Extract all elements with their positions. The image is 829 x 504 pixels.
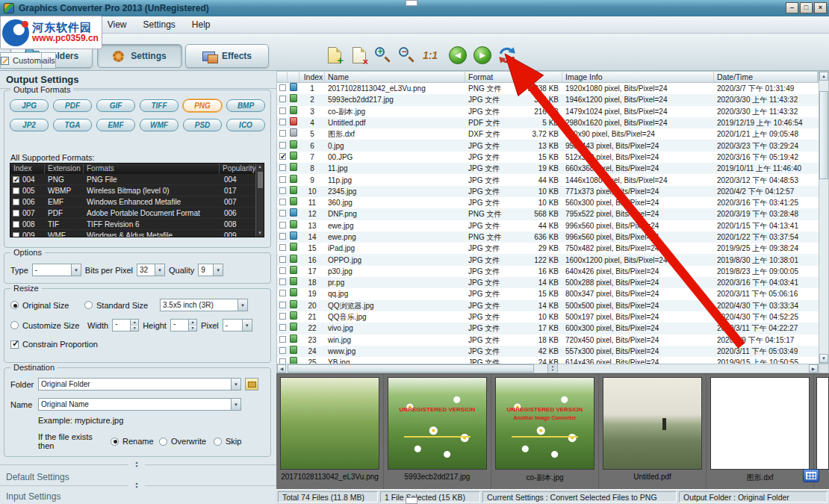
file-row[interactable]: 14 ewe.png PNG 文件 636 KB 996x560 pixel, … bbox=[277, 231, 819, 243]
file-checkbox[interactable] bbox=[279, 96, 286, 102]
file-checkbox[interactable] bbox=[279, 130, 286, 137]
overwrite-radio[interactable] bbox=[159, 438, 167, 446]
thumbnail[interactable]: 20171028113042_eL3Vu.png bbox=[276, 374, 384, 489]
file-checkbox[interactable] bbox=[279, 267, 286, 274]
format-checkbox[interactable] bbox=[13, 221, 19, 228]
splitter-handle[interactable]: ▲▼ bbox=[547, 364, 558, 373]
next-button[interactable]: ▶ bbox=[471, 43, 494, 68]
file-row[interactable]: 10 2345.jpg JPG 文件 10 KB 771x373 pixel, … bbox=[277, 186, 819, 197]
format-button[interactable]: ICO bbox=[226, 119, 265, 131]
file-row[interactable]: 9 11p.jpg JPG 文件 44 KB 1446x1080 pixel, … bbox=[277, 174, 819, 185]
close-button[interactable]: × bbox=[814, 2, 827, 13]
add-files-button[interactable]: + bbox=[323, 43, 347, 68]
file-checkbox[interactable] bbox=[279, 256, 286, 263]
file-checkbox[interactable] bbox=[279, 347, 286, 354]
file-checkbox[interactable] bbox=[279, 142, 286, 149]
file-row[interactable]: 20 QQ浏览器.jpg JPG 文件 14 KB 500x500 pixel,… bbox=[277, 300, 819, 311]
file-row[interactable]: 19 qq.jpg JPG 文件 15 KB 800x347 pixel, Bi… bbox=[277, 288, 819, 299]
default-settings-section[interactable]: Default Settings bbox=[6, 472, 69, 482]
format-table-row[interactable]: 009 WMF Windows & Aldus Metafile 009 bbox=[10, 230, 264, 237]
file-row[interactable]: 4 Untitled.pdf PDF 文件 5 KB 2980x1620 pix… bbox=[277, 117, 819, 128]
standard-size-radio[interactable] bbox=[84, 301, 93, 309]
formats-table-scrollbar[interactable]: ▲▼ bbox=[255, 164, 264, 237]
scrollbar-thumb[interactable] bbox=[819, 91, 828, 179]
format-button[interactable]: TGA bbox=[53, 119, 92, 131]
file-row[interactable]: 23 win.jpg JPG 文件 18 KB 720x450 pixel, B… bbox=[277, 335, 819, 346]
view-tab[interactable]: Custom bbox=[0, 52, 42, 69]
file-row[interactable]: 16 OPPO.jpg JPG 文件 122 KB 1600x1200 pixe… bbox=[277, 254, 819, 265]
menu-item[interactable]: Settings bbox=[135, 17, 184, 32]
format-table-row[interactable]: 005 WBMP Wireless Bitmap (level 0) 017 bbox=[10, 185, 264, 196]
file-checkbox[interactable] bbox=[279, 164, 286, 171]
pixel-select[interactable]: -▼ bbox=[223, 319, 252, 332]
zoom-in-button[interactable]: + bbox=[371, 43, 395, 68]
actual-size-button[interactable]: 1:1 bbox=[418, 43, 442, 68]
maximize-button[interactable]: □ bbox=[800, 2, 813, 13]
file-row[interactable]: 6 0.jpg JPG 文件 13 KB 950x443 pixel, Bits… bbox=[277, 140, 819, 151]
format-button[interactable]: GIF bbox=[96, 99, 135, 112]
file-row[interactable]: 12 DNF.png PNG 文件 568 KB 795x522 pixel, … bbox=[277, 208, 819, 220]
file-checkbox[interactable] bbox=[279, 324, 286, 331]
format-checkbox[interactable] bbox=[13, 199, 19, 205]
file-row[interactable]: 3 co-副本.jpg JPG 文件 216 KB 1479x1024 pixe… bbox=[277, 106, 819, 117]
scroll-left-icon[interactable]: ◀ bbox=[277, 364, 286, 373]
header-format[interactable]: Format bbox=[465, 72, 516, 82]
file-row[interactable]: 25 YB.jpg JPG 文件 24 KB 614x436 pixel, Bi… bbox=[277, 357, 819, 364]
file-row[interactable]: 17 p30.jpg JPG 文件 16 KB 640x426 pixel, B… bbox=[277, 266, 819, 277]
format-table-row[interactable]: 008 TIF TIFF Revision 6 008 bbox=[10, 219, 264, 230]
file-row[interactable]: 24 www.jpg JPG 文件 42 KB 557x300 pixel, B… bbox=[277, 346, 819, 357]
format-button[interactable]: EMF bbox=[96, 119, 135, 131]
file-row[interactable]: 13 ewe.jpg JPG 文件 44 KB 996x560 pixel, B… bbox=[277, 220, 819, 231]
file-checkbox[interactable] bbox=[279, 108, 286, 114]
format-table-row[interactable]: 006 EMF Windows Enhanced Metafile 007 bbox=[10, 196, 264, 208]
quality-select[interactable]: 9▼ bbox=[198, 264, 223, 276]
header-image-info[interactable]: Image Info bbox=[562, 72, 714, 82]
original-size-radio[interactable] bbox=[10, 301, 19, 309]
convert-button[interactable] bbox=[495, 43, 519, 68]
file-row[interactable]: 18 pr.pg JPG 文件 14 KB 500x288 pixel, Bit… bbox=[277, 277, 819, 288]
height-spinner[interactable]: -▲▼ bbox=[170, 319, 197, 332]
input-settings-section[interactable]: Input Settings bbox=[6, 491, 60, 502]
file-row[interactable]: 11 360.jpg JPG 文件 10 KB 560x300 pixel, B… bbox=[277, 197, 819, 208]
file-checkbox[interactable] bbox=[279, 222, 286, 228]
vertical-scrollbar[interactable]: ▲ ▼ bbox=[819, 71, 829, 364]
type-select[interactable]: -▼ bbox=[32, 264, 81, 276]
format-button[interactable]: WMF bbox=[140, 119, 178, 131]
zoom-out-button[interactable]: − bbox=[395, 43, 419, 68]
menu-item[interactable]: Help bbox=[184, 17, 219, 32]
destination-name-select[interactable]: Original Name▼ bbox=[38, 398, 241, 411]
header-name[interactable]: Name bbox=[325, 72, 465, 82]
main-tab[interactable]: Settings bbox=[97, 44, 182, 68]
format-button[interactable]: JPG bbox=[10, 99, 49, 112]
width-spinner[interactable]: -▲▼ bbox=[112, 319, 139, 332]
menu-item[interactable]: View bbox=[99, 17, 135, 32]
bits-per-pixel-select[interactable]: 32▼ bbox=[137, 264, 165, 276]
format-button[interactable]: PSD bbox=[183, 119, 222, 131]
format-button[interactable]: TIFF bbox=[140, 99, 178, 112]
file-checkbox[interactable] bbox=[279, 233, 286, 240]
skip-radio[interactable] bbox=[214, 438, 222, 446]
thumbnail[interactable]: Untitled.pdf bbox=[599, 374, 707, 489]
main-tab[interactable]: Effects bbox=[185, 44, 269, 68]
scroll-up-icon[interactable]: ▲ bbox=[819, 72, 828, 81]
file-checkbox[interactable] bbox=[279, 187, 286, 194]
format-button[interactable]: PDF bbox=[53, 99, 92, 112]
format-checkbox[interactable] bbox=[13, 210, 19, 217]
header-index[interactable]: Index bbox=[299, 72, 325, 82]
file-checkbox[interactable] bbox=[279, 302, 286, 308]
format-checkbox[interactable] bbox=[13, 187, 19, 194]
file-checkbox[interactable] bbox=[279, 153, 286, 160]
remove-files-button[interactable]: × bbox=[347, 43, 371, 68]
thumbnail[interactable]: UNREGISTERED VERSION 5993ecb2dd217.jpg bbox=[384, 374, 491, 489]
header-size[interactable]: Size bbox=[516, 72, 562, 82]
file-checkbox[interactable] bbox=[279, 279, 286, 285]
file-checkbox[interactable] bbox=[279, 210, 286, 217]
minimize-button[interactable]: – bbox=[786, 2, 798, 13]
header-icon-column[interactable] bbox=[288, 72, 299, 82]
file-row[interactable]: 7 00.JPG JPG 文件 15 KB 512x300 pixel, Bit… bbox=[277, 152, 819, 163]
format-checkbox[interactable] bbox=[13, 176, 19, 183]
header-date-time[interactable]: Date/Time bbox=[714, 72, 818, 82]
expander-handle-icon[interactable]: ▲▼ bbox=[128, 482, 145, 489]
thumbnail[interactable]: UNREGISTERED VERSION Another Image Conve… bbox=[491, 374, 599, 489]
expander-handle-icon[interactable]: ▲▼ bbox=[128, 461, 145, 468]
